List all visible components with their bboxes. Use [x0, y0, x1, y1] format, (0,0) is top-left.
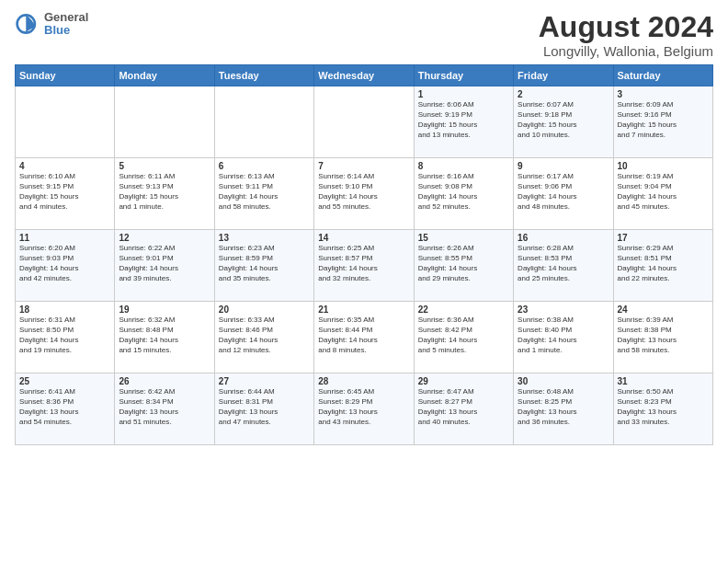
day-number: 29 — [418, 376, 509, 386]
day-info: Sunrise: 6:39 AM Sunset: 8:38 PM Dayligh… — [618, 316, 709, 355]
day-number: 27 — [219, 376, 310, 386]
header-row-days: SundayMondayTuesdayWednesdayThursdayFrid… — [16, 65, 713, 86]
week-row-2: 4Sunrise: 6:10 AM Sunset: 9:15 PM Daylig… — [16, 158, 713, 230]
calendar-cell: 17Sunrise: 6:29 AM Sunset: 8:51 PM Dayli… — [613, 230, 712, 302]
day-number: 11 — [19, 233, 110, 243]
week-row-1: 1Sunrise: 6:06 AM Sunset: 9:19 PM Daylig… — [16, 86, 713, 158]
calendar-cell: 24Sunrise: 6:39 AM Sunset: 8:38 PM Dayli… — [613, 302, 712, 373]
day-info: Sunrise: 6:26 AM Sunset: 8:55 PM Dayligh… — [418, 244, 509, 283]
header-day-sunday: Sunday — [16, 65, 115, 86]
day-info: Sunrise: 6:29 AM Sunset: 8:51 PM Dayligh… — [618, 244, 709, 283]
week-row-4: 18Sunrise: 6:31 AM Sunset: 8:50 PM Dayli… — [16, 302, 713, 373]
calendar-cell: 18Sunrise: 6:31 AM Sunset: 8:50 PM Dayli… — [16, 302, 115, 373]
calendar-cell: 22Sunrise: 6:36 AM Sunset: 8:42 PM Dayli… — [414, 302, 513, 373]
day-number: 4 — [19, 161, 110, 171]
calendar-cell: 13Sunrise: 6:23 AM Sunset: 8:59 PM Dayli… — [214, 230, 313, 302]
calendar-cell: 2Sunrise: 6:07 AM Sunset: 9:18 PM Daylig… — [514, 86, 613, 158]
calendar-cell: 3Sunrise: 6:09 AM Sunset: 9:16 PM Daylig… — [613, 86, 712, 158]
day-number: 2 — [518, 89, 609, 99]
calendar-cell: 28Sunrise: 6:45 AM Sunset: 8:29 PM Dayli… — [314, 373, 414, 445]
day-info: Sunrise: 6:11 AM Sunset: 9:13 PM Dayligh… — [119, 172, 210, 212]
day-info: Sunrise: 6:17 AM Sunset: 9:06 PM Dayligh… — [518, 172, 609, 212]
day-number: 17 — [618, 233, 709, 243]
day-number: 12 — [119, 233, 210, 243]
calendar-thead: SundayMondayTuesdayWednesdayThursdayFrid… — [16, 65, 713, 86]
calendar-cell: 27Sunrise: 6:44 AM Sunset: 8:31 PM Dayli… — [214, 373, 313, 445]
calendar-cell: 11Sunrise: 6:20 AM Sunset: 9:03 PM Dayli… — [16, 230, 115, 302]
day-number: 5 — [119, 161, 210, 171]
day-number: 23 — [518, 304, 609, 315]
day-info: Sunrise: 6:36 AM Sunset: 8:42 PM Dayligh… — [418, 316, 509, 355]
day-number: 20 — [219, 304, 310, 315]
day-info: Sunrise: 6:38 AM Sunset: 8:40 PM Dayligh… — [518, 316, 609, 355]
header-day-monday: Monday — [115, 65, 214, 86]
day-info: Sunrise: 6:42 AM Sunset: 8:34 PM Dayligh… — [119, 387, 210, 427]
calendar-cell: 14Sunrise: 6:25 AM Sunset: 8:57 PM Dayli… — [314, 230, 414, 302]
day-info: Sunrise: 6:50 AM Sunset: 8:23 PM Dayligh… — [618, 387, 709, 427]
day-number: 15 — [418, 233, 509, 243]
day-number: 30 — [518, 376, 609, 386]
day-info: Sunrise: 6:28 AM Sunset: 8:53 PM Dayligh… — [518, 244, 609, 283]
calendar-cell: 31Sunrise: 6:50 AM Sunset: 8:23 PM Dayli… — [613, 373, 712, 445]
calendar-cell: 12Sunrise: 6:22 AM Sunset: 9:01 PM Dayli… — [115, 230, 214, 302]
header-day-tuesday: Tuesday — [214, 65, 313, 86]
logo-line2: Blue — [44, 24, 88, 37]
logo-icon — [15, 11, 40, 37]
calendar-cell: 16Sunrise: 6:28 AM Sunset: 8:53 PM Dayli… — [514, 230, 613, 302]
calendar-body: 1Sunrise: 6:06 AM Sunset: 9:19 PM Daylig… — [16, 86, 713, 445]
header-day-saturday: Saturday — [613, 65, 712, 86]
day-info: Sunrise: 6:25 AM Sunset: 8:57 PM Dayligh… — [318, 244, 409, 283]
calendar-cell: 1Sunrise: 6:06 AM Sunset: 9:19 PM Daylig… — [414, 86, 513, 158]
day-number: 3 — [618, 89, 709, 99]
day-number: 26 — [119, 376, 210, 386]
title-block: August 2024 Longvilly, Wallonia, Belgium — [539, 11, 713, 59]
day-info: Sunrise: 6:13 AM Sunset: 9:11 PM Dayligh… — [219, 172, 310, 212]
logo: General Blue — [15, 11, 88, 38]
page-container: General Blue August 2024 Longvilly, Wall… — [0, 0, 728, 453]
day-info: Sunrise: 6:48 AM Sunset: 8:25 PM Dayligh… — [518, 387, 609, 427]
calendar-cell: 23Sunrise: 6:38 AM Sunset: 8:40 PM Dayli… — [514, 302, 613, 373]
calendar-cell: 29Sunrise: 6:47 AM Sunset: 8:27 PM Dayli… — [414, 373, 513, 445]
day-number: 19 — [119, 304, 210, 315]
logo-text: General Blue — [44, 11, 88, 38]
day-info: Sunrise: 6:14 AM Sunset: 9:10 PM Dayligh… — [318, 172, 409, 212]
calendar-cell: 30Sunrise: 6:48 AM Sunset: 8:25 PM Dayli… — [514, 373, 613, 445]
day-number: 13 — [219, 233, 310, 243]
calendar-cell: 9Sunrise: 6:17 AM Sunset: 9:06 PM Daylig… — [514, 158, 613, 230]
calendar-cell: 26Sunrise: 6:42 AM Sunset: 8:34 PM Dayli… — [115, 373, 214, 445]
day-number: 22 — [418, 304, 509, 315]
calendar-cell: 21Sunrise: 6:35 AM Sunset: 8:44 PM Dayli… — [314, 302, 414, 373]
day-info: Sunrise: 6:22 AM Sunset: 9:01 PM Dayligh… — [119, 244, 210, 283]
calendar-cell — [214, 86, 313, 158]
week-row-5: 25Sunrise: 6:41 AM Sunset: 8:36 PM Dayli… — [16, 373, 713, 445]
calendar-cell: 19Sunrise: 6:32 AM Sunset: 8:48 PM Dayli… — [115, 302, 214, 373]
calendar-cell — [16, 86, 115, 158]
calendar-subtitle: Longvilly, Wallonia, Belgium — [539, 43, 713, 59]
calendar-cell: 25Sunrise: 6:41 AM Sunset: 8:36 PM Dayli… — [16, 373, 115, 445]
day-number: 14 — [318, 233, 409, 243]
calendar-table: SundayMondayTuesdayWednesdayThursdayFrid… — [15, 64, 713, 445]
header-day-friday: Friday — [514, 65, 613, 86]
day-info: Sunrise: 6:07 AM Sunset: 9:18 PM Dayligh… — [518, 100, 609, 140]
day-info: Sunrise: 6:31 AM Sunset: 8:50 PM Dayligh… — [19, 316, 110, 355]
day-info: Sunrise: 6:32 AM Sunset: 8:48 PM Dayligh… — [119, 316, 210, 355]
day-info: Sunrise: 6:23 AM Sunset: 8:59 PM Dayligh… — [219, 244, 310, 283]
day-number: 28 — [318, 376, 409, 386]
calendar-cell — [314, 86, 414, 158]
day-info: Sunrise: 6:06 AM Sunset: 9:19 PM Dayligh… — [418, 100, 509, 140]
calendar-cell: 5Sunrise: 6:11 AM Sunset: 9:13 PM Daylig… — [115, 158, 214, 230]
day-number: 7 — [318, 161, 409, 171]
day-info: Sunrise: 6:20 AM Sunset: 9:03 PM Dayligh… — [19, 244, 110, 283]
day-number: 6 — [219, 161, 310, 171]
calendar-cell: 15Sunrise: 6:26 AM Sunset: 8:55 PM Dayli… — [414, 230, 513, 302]
day-number: 21 — [318, 304, 409, 315]
calendar-cell: 7Sunrise: 6:14 AM Sunset: 9:10 PM Daylig… — [314, 158, 414, 230]
day-info: Sunrise: 6:35 AM Sunset: 8:44 PM Dayligh… — [318, 316, 409, 355]
day-number: 1 — [418, 89, 509, 99]
header-day-wednesday: Wednesday — [314, 65, 414, 86]
day-info: Sunrise: 6:47 AM Sunset: 8:27 PM Dayligh… — [418, 387, 509, 427]
calendar-cell: 8Sunrise: 6:16 AM Sunset: 9:08 PM Daylig… — [414, 158, 513, 230]
day-number: 18 — [19, 304, 110, 315]
day-info: Sunrise: 6:45 AM Sunset: 8:29 PM Dayligh… — [318, 387, 409, 427]
day-number: 16 — [518, 233, 609, 243]
